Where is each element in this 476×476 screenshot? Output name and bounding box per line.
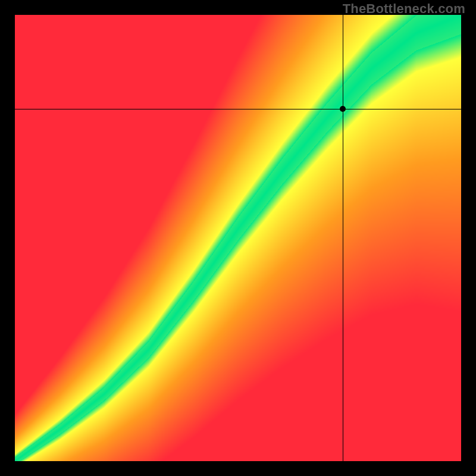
heatmap-plot xyxy=(15,15,461,461)
watermark-text: TheBottleneck.com xyxy=(343,1,465,17)
crosshair-vertical xyxy=(343,15,343,461)
crosshair-horizontal xyxy=(15,109,461,109)
heatmap-canvas xyxy=(15,15,461,461)
intersection-marker xyxy=(340,106,346,112)
